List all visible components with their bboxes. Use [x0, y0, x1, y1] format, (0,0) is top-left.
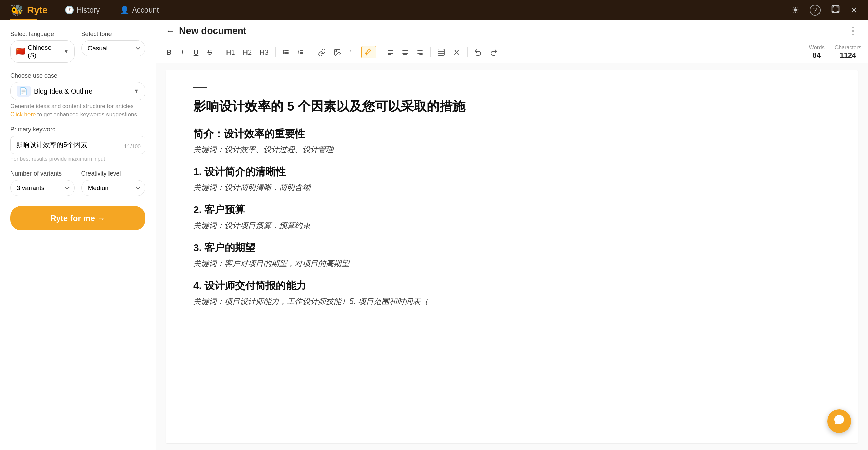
language-wrapper: Select language 🇨🇳 Chinese (S) ▼	[10, 30, 75, 63]
keyword-counter: 11/100	[124, 144, 141, 150]
doc-divider	[193, 87, 207, 88]
hint-link[interactable]: Click here	[10, 111, 36, 118]
quote-button[interactable]: "	[346, 46, 360, 58]
link-button[interactable]	[315, 46, 329, 58]
expand-icon	[831, 4, 840, 16]
redo-button[interactable]	[487, 46, 501, 58]
nav-history-label: History	[77, 6, 100, 15]
use-case-label: Choose use case	[10, 72, 145, 79]
svg-point-6	[283, 53, 284, 54]
highlight-button[interactable]	[361, 46, 376, 58]
close-button[interactable]: ✕	[850, 5, 858, 16]
align-right-button[interactable]	[413, 47, 427, 58]
section-0-title: 简介：设计效率的重要性	[193, 127, 831, 141]
nav-active-indicator	[10, 19, 37, 20]
toolbar-divider-4	[380, 47, 380, 57]
expand-button[interactable]	[831, 4, 840, 16]
word-count: Words 84	[809, 45, 825, 60]
section-3-title: 3. 客户的期望	[193, 241, 831, 255]
toolbar-divider-1	[219, 47, 219, 57]
editor-header: ← New document ⋮	[156, 20, 868, 41]
svg-text:": "	[350, 48, 353, 56]
section-4-keywords: 关键词：项目设计师能力，工作设计师技能）5. 项目范围和时间表（	[193, 296, 831, 307]
doc-section-3: 3. 客户的期望 关键词：客户对项目的期望，对项目的高期望	[193, 241, 831, 269]
help-button[interactable]: ?	[810, 5, 821, 16]
tone-select[interactable]: Casual	[81, 40, 146, 56]
words-label: Words	[809, 45, 825, 51]
section-0-keywords: 关键词：设计效率、设计过程、设计管理	[193, 144, 831, 155]
use-case-section: Choose use case 📄 Blog Idea & Outline ▼ …	[10, 72, 145, 118]
language-value: Chinese (S)	[28, 44, 61, 59]
hint-link-wrapper: Click here to get enhanced keywords sugg…	[10, 111, 145, 118]
document-title: New document	[179, 25, 246, 36]
language-chevron-icon: ▼	[64, 49, 69, 54]
variants-label: Number of variants	[10, 170, 75, 177]
editor-content[interactable]: 影响设计效率的 5 个因素以及您可以采取的措施 简介：设计效率的重要性 关键词：…	[166, 70, 858, 443]
words-value: 84	[813, 51, 821, 60]
creativity-wrapper: Creativity level Medium	[81, 170, 146, 196]
account-icon: 👤	[120, 6, 129, 15]
italic-button[interactable]: I	[176, 46, 189, 58]
variants-creativity-row: Number of variants 3 variants Creativity…	[10, 170, 145, 196]
nav-right-actions: ☀ ? ✕	[792, 4, 858, 16]
back-icon: ←	[166, 26, 174, 36]
h1-button[interactable]: H1	[223, 46, 238, 58]
sun-icon: ☀	[792, 5, 800, 16]
logo-text: Ryte	[27, 5, 48, 16]
close-icon: ✕	[850, 5, 858, 16]
sidebar: Select language 🇨🇳 Chinese (S) ▼ Select …	[0, 20, 156, 450]
h2-button[interactable]: H2	[240, 46, 255, 58]
section-4-title: 4. 设计师交付简报的能力	[193, 279, 831, 293]
editor-area: ← New document ⋮ B I U S H1 H2 H3 123	[156, 20, 868, 450]
nav-history[interactable]: 🕐 History	[61, 4, 103, 17]
section-3-keywords: 关键词：客户对项目的期望，对项目的高期望	[193, 258, 831, 269]
use-case-icon: 📄	[17, 86, 31, 97]
use-case-chevron-icon: ▼	[134, 88, 139, 94]
doc-section-4: 4. 设计师交付简报的能力 关键词：项目设计师能力，工作设计师技能）5. 项目范…	[193, 279, 831, 307]
clear-format-button[interactable]	[450, 46, 464, 58]
nav-account[interactable]: 👤 Account	[117, 4, 162, 17]
keyword-hint: For best results provide maximum input	[10, 156, 145, 162]
svg-text:3: 3	[298, 52, 299, 55]
language-tone-row: Select language 🇨🇳 Chinese (S) ▼ Select …	[10, 30, 145, 63]
svg-point-4	[283, 50, 284, 51]
align-center-button[interactable]	[398, 47, 412, 58]
nav-account-label: Account	[132, 6, 159, 15]
chat-icon	[833, 414, 845, 429]
align-left-button[interactable]	[383, 47, 397, 58]
chat-button[interactable]	[827, 409, 851, 433]
hint-link-suffix: to get enhanced keywords suggestions.	[37, 111, 139, 118]
variants-select[interactable]: 3 variants	[10, 180, 75, 196]
ordered-list-button[interactable]: 123	[294, 47, 308, 58]
use-case-select[interactable]: 📄 Blog Idea & Outline ▼	[10, 82, 145, 100]
section-1-keywords: 关键词：设计简明清晰，简明含糊	[193, 182, 831, 193]
bold-button[interactable]: B	[163, 46, 175, 58]
underline-button[interactable]: U	[190, 46, 202, 58]
hint-text: Generate ideas and content structure for…	[10, 103, 134, 109]
back-button[interactable]: ←	[166, 26, 174, 36]
ryte-for-me-button[interactable]: Ryte for me →	[10, 206, 145, 230]
doc-section-1: 1. 设计简介的清晰性 关键词：设计简明清晰，简明含糊	[193, 165, 831, 193]
table-button[interactable]	[434, 46, 448, 58]
bullet-list-button[interactable]	[279, 47, 293, 58]
h3-button[interactable]: H3	[256, 46, 272, 58]
more-icon: ⋮	[848, 25, 858, 36]
toolbar-divider-6	[467, 47, 468, 57]
character-count: Characters 1124	[835, 45, 861, 60]
creativity-select[interactable]: Medium	[81, 180, 146, 196]
theme-toggle-button[interactable]: ☀	[792, 5, 800, 16]
variants-wrapper: Number of variants 3 variants	[10, 170, 75, 196]
undo-button[interactable]	[471, 46, 485, 58]
more-options-button[interactable]: ⋮	[848, 25, 858, 36]
strikethrough-button[interactable]: S	[203, 46, 216, 58]
use-case-value: Blog Idea & Outline	[34, 87, 130, 95]
keyword-section: Primary keyword 11/100 For best results …	[10, 126, 145, 162]
use-case-hint: Generate ideas and content structure for…	[10, 103, 145, 110]
logo[interactable]: 🐝 Ryte	[10, 4, 48, 17]
section-2-keywords: 关键词：设计项目预算，预算约束	[193, 220, 831, 231]
language-select[interactable]: 🇨🇳 Chinese (S) ▼	[10, 40, 75, 63]
top-navigation: 🐝 Ryte 🕐 History 👤 Account ☀ ?	[0, 0, 868, 20]
main-layout: Select language 🇨🇳 Chinese (S) ▼ Select …	[0, 20, 868, 450]
svg-point-5	[283, 52, 284, 53]
image-button[interactable]	[330, 46, 344, 58]
